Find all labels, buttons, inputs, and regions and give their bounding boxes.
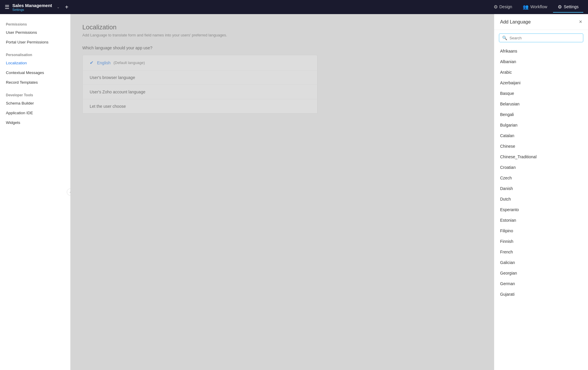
hamburger-icon[interactable]: ☰ [5, 4, 9, 10]
language-list-item[interactable]: Filipino [494, 226, 588, 236]
search-icon: 🔍 [502, 36, 507, 40]
language-list-item[interactable]: Gujarati [494, 289, 588, 300]
lang-english-label: English [97, 60, 111, 65]
language-list-item[interactable]: Galician [494, 257, 588, 268]
language-section-label: Which language should your app use? [82, 46, 482, 50]
lang-user-choose-label: Let the user choose [90, 104, 126, 109]
language-list-item[interactable]: Belarusian [494, 99, 588, 109]
top-nav: ☰ Sales Management Settings ⌄ + ⚙ Design… [0, 0, 588, 14]
section-developer-tools-label: Developer Tools [0, 91, 70, 98]
sidebar-item-localization[interactable]: Localization [0, 58, 70, 68]
app-title-sub: Settings [12, 8, 52, 11]
sidebar-item-schema-builder[interactable]: Schema Builder [0, 98, 70, 108]
lang-zoho-label: User's Zoho account language [90, 90, 145, 94]
workflow-icon: 👥 [523, 4, 529, 10]
language-list-item[interactable]: Estonian [494, 215, 588, 226]
tab-workflow[interactable]: 👥 Workflow [518, 2, 552, 13]
search-input[interactable] [510, 36, 580, 40]
section-permissions-label: Permissions [0, 20, 70, 28]
default-badge: (Default language) [113, 60, 145, 65]
sidebar: Permissions User Permissions Portal User… [0, 14, 71, 370]
lang-option-english[interactable]: ✔ English (Default language) [83, 55, 317, 70]
tab-workflow-label: Workflow [530, 4, 547, 9]
sidebar-item-widgets[interactable]: Widgets [0, 118, 70, 127]
language-list-item[interactable]: Dutch [494, 194, 588, 204]
language-list-item[interactable]: Basque [494, 88, 588, 99]
language-list-item[interactable]: German [494, 278, 588, 289]
language-list-item[interactable]: Azerbaijani [494, 78, 588, 88]
tab-design[interactable]: ⚙ Design [489, 2, 517, 13]
checkmark-icon: ✔ [90, 60, 93, 65]
tab-settings[interactable]: ⚙ Settings [553, 2, 583, 13]
language-list: AfrikaansAlbanianArabicAzerbaijaniBasque… [494, 46, 588, 370]
app-title-group: Sales Management Settings [12, 3, 52, 11]
add-language-panel: Add Language × 🔍 AfrikaansAlbanianArabic… [494, 14, 588, 370]
panel-title: Add Language [500, 19, 531, 25]
lang-option-browser[interactable]: User's browser language [83, 70, 317, 85]
language-list-item[interactable]: Czech [494, 173, 588, 183]
sidebar-section-personalisation: Personalisation Localization Contextual … [0, 51, 70, 87]
design-icon: ⚙ [494, 4, 498, 10]
sidebar-item-record-templates[interactable]: Record Templates [0, 78, 70, 87]
language-list-item[interactable]: Afrikaans [494, 46, 588, 56]
sidebar-collapse-button[interactable]: ‹ [67, 189, 71, 196]
add-app-button[interactable]: + [65, 4, 69, 11]
sidebar-section-permissions: Permissions User Permissions Portal User… [0, 20, 70, 47]
language-list-item[interactable]: Finnish [494, 236, 588, 247]
section-personalisation-label: Personalisation [0, 51, 70, 58]
page-title: Localization [82, 23, 482, 31]
search-box: 🔍 [499, 33, 583, 42]
language-list-item[interactable]: Georgian [494, 268, 588, 278]
tab-settings-label: Settings [564, 4, 579, 9]
language-list-item[interactable]: Bulgarian [494, 120, 588, 130]
sidebar-item-portal-user-permissions[interactable]: Portal User Permissions [0, 37, 70, 47]
lang-option-user-choose[interactable]: Let the user choose [83, 99, 317, 113]
language-list-item[interactable]: Chinese [494, 141, 588, 152]
language-list-item[interactable]: Catalan [494, 130, 588, 141]
sidebar-section-developer-tools: Developer Tools Schema Builder Applicati… [0, 91, 70, 127]
language-list-item[interactable]: French [494, 247, 588, 257]
language-options-card: ✔ English (Default language) User's brow… [82, 55, 318, 114]
settings-icon: ⚙ [558, 4, 562, 10]
page-subtitle: Add Language to translate form and field… [82, 33, 482, 37]
close-panel-button[interactable]: × [579, 19, 582, 25]
sidebar-item-contextual-messages[interactable]: Contextual Messages [0, 68, 70, 78]
panel-header: Add Language × [494, 14, 588, 30]
lang-option-zoho[interactable]: User's Zoho account language [83, 85, 317, 99]
nav-left: ☰ Sales Management Settings ⌄ + [5, 3, 489, 11]
language-list-item[interactable]: Arabic [494, 67, 588, 78]
main-layout: Permissions User Permissions Portal User… [0, 14, 588, 370]
language-list-item[interactable]: Danish [494, 183, 588, 194]
lang-browser-label: User's browser language [90, 75, 135, 80]
language-list-item[interactable]: Esperanto [494, 204, 588, 215]
content-area: Localization Add Language to translate f… [71, 14, 494, 370]
tab-design-label: Design [500, 4, 512, 9]
sidebar-item-application-ide[interactable]: Application IDE [0, 108, 70, 118]
language-list-item[interactable]: Croatian [494, 162, 588, 173]
language-list-item[interactable]: Chinese_Traditional [494, 152, 588, 162]
language-list-item[interactable]: Bengali [494, 109, 588, 120]
app-title-main: Sales Management [12, 3, 52, 8]
title-chevron-icon[interactable]: ⌄ [57, 5, 60, 9]
language-list-item[interactable]: Albanian [494, 56, 588, 67]
sidebar-item-user-permissions[interactable]: User Permissions [0, 28, 70, 37]
nav-right: ⚙ Design 👥 Workflow ⚙ Settings [489, 2, 584, 13]
